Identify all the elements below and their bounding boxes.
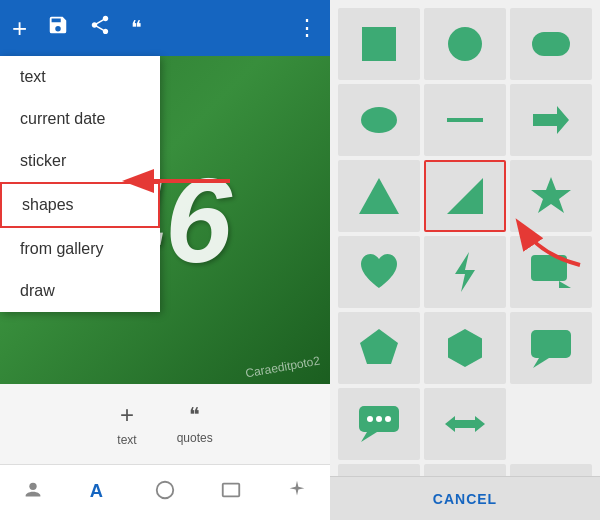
svg-marker-26 bbox=[445, 416, 485, 432]
svg-rect-15 bbox=[531, 255, 567, 281]
shape-lightning[interactable] bbox=[424, 236, 506, 308]
menu-item-sticker[interactable]: sticker bbox=[0, 140, 160, 182]
menu-item-text[interactable]: text bbox=[0, 56, 160, 98]
text-nav-icon[interactable]: A bbox=[80, 471, 118, 515]
svg-marker-18 bbox=[448, 329, 482, 367]
svg-marker-22 bbox=[361, 432, 377, 442]
shape-square[interactable] bbox=[338, 8, 420, 80]
bottom-panel: + text ❝ quotes bbox=[0, 384, 330, 464]
circle-nav-icon[interactable] bbox=[146, 471, 184, 515]
shape-arrow-down[interactable] bbox=[338, 464, 420, 476]
share-icon[interactable] bbox=[85, 10, 115, 46]
shape-arrow-right[interactable] bbox=[510, 84, 592, 156]
shape-stop[interactable] bbox=[424, 464, 506, 476]
svg-marker-17 bbox=[360, 329, 398, 364]
menu-item-shapes[interactable]: shapes bbox=[0, 182, 160, 228]
shape-line[interactable] bbox=[424, 84, 506, 156]
svg-marker-11 bbox=[359, 178, 399, 214]
shape-oval[interactable] bbox=[338, 84, 420, 156]
text-label: text bbox=[117, 433, 136, 447]
shape-pentagon[interactable] bbox=[338, 312, 420, 384]
svg-marker-10 bbox=[533, 106, 569, 134]
shape-cross[interactable] bbox=[510, 464, 592, 476]
shape-speech-dots[interactable] bbox=[338, 388, 420, 460]
left-panel: + ❝ ⋮ text current date sticker shapes f… bbox=[0, 0, 330, 520]
shape-right-triangle[interactable] bbox=[424, 160, 506, 232]
menu-item-current-date[interactable]: current date bbox=[0, 98, 160, 140]
svg-point-3 bbox=[157, 481, 174, 498]
quotes-label: quotes bbox=[177, 431, 213, 445]
text-add-icon: + bbox=[120, 401, 134, 429]
shape-star[interactable] bbox=[510, 160, 592, 232]
svg-rect-7 bbox=[532, 32, 570, 56]
svg-point-6 bbox=[448, 27, 482, 61]
rect-nav-icon[interactable] bbox=[212, 471, 250, 515]
svg-text:A: A bbox=[90, 480, 103, 501]
quotes-tool[interactable]: ❝ quotes bbox=[177, 403, 213, 445]
shape-circle[interactable] bbox=[424, 8, 506, 80]
shape-rounded-rect[interactable] bbox=[510, 8, 592, 80]
menu-item-from-gallery[interactable]: from gallery bbox=[0, 228, 160, 270]
svg-point-25 bbox=[385, 416, 391, 422]
shape-speech-bubble-right[interactable] bbox=[510, 236, 592, 308]
svg-marker-16 bbox=[559, 281, 571, 288]
svg-rect-4 bbox=[223, 483, 240, 496]
svg-point-1 bbox=[29, 482, 36, 489]
more-icon[interactable]: ⋮ bbox=[292, 11, 322, 45]
dropdown-menu: text current date sticker shapes from ga… bbox=[0, 56, 160, 312]
svg-marker-14 bbox=[455, 252, 475, 292]
cancel-label: CANCEL bbox=[433, 491, 497, 507]
save-icon[interactable] bbox=[43, 10, 73, 46]
shape-speech-bubble[interactable] bbox=[510, 312, 592, 384]
svg-marker-13 bbox=[531, 177, 571, 213]
shape-spacer bbox=[510, 388, 592, 460]
shapes-grid bbox=[330, 0, 600, 476]
svg-point-24 bbox=[376, 416, 382, 422]
quote-icon[interactable]: ❝ bbox=[127, 12, 146, 44]
add-icon[interactable]: + bbox=[8, 9, 31, 48]
right-panel: CANCEL bbox=[330, 0, 600, 520]
cancel-button[interactable]: CANCEL bbox=[330, 476, 600, 520]
svg-rect-5 bbox=[362, 27, 396, 61]
top-toolbar: + ❝ ⋮ bbox=[0, 0, 330, 56]
watermark: Caraeditpoto2 bbox=[244, 354, 321, 381]
bottom-nav: A bbox=[0, 464, 330, 520]
sparkle-nav-icon[interactable] bbox=[278, 471, 316, 515]
quotes-icon: ❝ bbox=[189, 403, 200, 427]
menu-item-draw[interactable]: draw bbox=[0, 270, 160, 312]
shape-heart[interactable] bbox=[338, 236, 420, 308]
svg-point-8 bbox=[361, 107, 397, 133]
shape-hexagon[interactable] bbox=[424, 312, 506, 384]
shape-double-arrow[interactable] bbox=[424, 388, 506, 460]
svg-rect-19 bbox=[531, 330, 571, 358]
svg-point-23 bbox=[367, 416, 373, 422]
shape-triangle[interactable] bbox=[338, 160, 420, 232]
text-tool[interactable]: + text bbox=[117, 401, 136, 447]
person-nav-icon[interactable] bbox=[14, 471, 52, 515]
svg-marker-20 bbox=[533, 358, 549, 368]
svg-marker-12 bbox=[447, 178, 483, 214]
